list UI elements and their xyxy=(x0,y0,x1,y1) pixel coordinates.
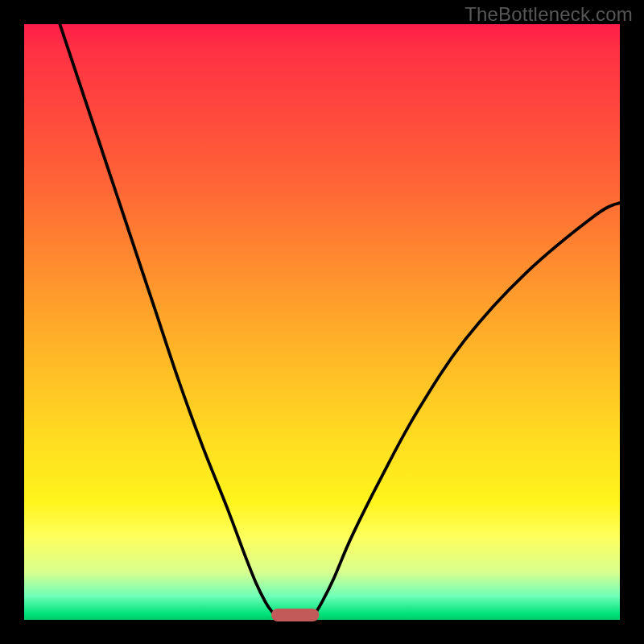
gradient-background xyxy=(24,24,620,620)
watermark-text: TheBottleneck.com xyxy=(464,3,633,26)
plot-area xyxy=(24,24,620,620)
chart-frame: TheBottleneck.com xyxy=(0,0,644,644)
